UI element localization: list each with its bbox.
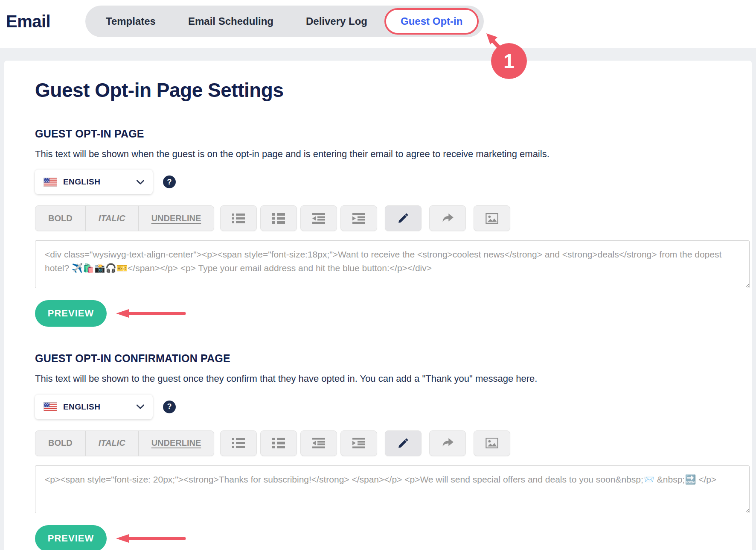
- language-row: ENGLISH ?: [35, 395, 748, 419]
- app-title: Email: [6, 12, 50, 31]
- outdent-icon: [312, 213, 325, 224]
- indent-icon: [352, 438, 365, 448]
- ordered-list-icon: [272, 438, 285, 448]
- language-selected-label: ENGLISH: [63, 402, 100, 412]
- tab-email-scheduling[interactable]: Email Scheduling: [172, 15, 290, 27]
- unordered-list-icon: [232, 438, 245, 448]
- preview-button[interactable]: PREVIEW: [35, 525, 107, 550]
- top-header: Email Templates Email Scheduling Deliver…: [0, 0, 756, 48]
- unordered-list-button[interactable]: [220, 430, 257, 456]
- redo-button[interactable]: [429, 205, 466, 231]
- page-title: Guest Opt-in Page Settings: [35, 79, 748, 102]
- redo-button[interactable]: [429, 430, 466, 456]
- guest-opt-in-settings-page: Email Templates Email Scheduling Deliver…: [0, 0, 756, 550]
- image-icon: [486, 438, 498, 448]
- insert-image-button[interactable]: [474, 430, 510, 456]
- unordered-list-icon: [232, 213, 245, 224]
- section-heading: GUEST OPT-IN CONFIRMATION PAGE: [35, 351, 748, 366]
- image-icon: [486, 213, 498, 224]
- language-dropdown[interactable]: ENGLISH: [35, 170, 153, 194]
- help-icon[interactable]: ?: [163, 401, 176, 413]
- italic-button[interactable]: ITALIC: [85, 206, 138, 231]
- language-dropdown[interactable]: ENGLISH: [35, 395, 153, 419]
- section-heading: GUEST OPT-IN PAGE: [35, 127, 748, 141]
- guest-opt-in-page-section: GUEST OPT-IN PAGE This text will be show…: [35, 127, 748, 327]
- tab-templates[interactable]: Templates: [90, 15, 172, 27]
- insert-image-button[interactable]: [474, 205, 510, 231]
- pencil-button[interactable]: [385, 205, 422, 231]
- outdent-icon: [312, 438, 325, 448]
- annotation-arrow-icon: [114, 532, 188, 544]
- ordered-list-icon: [272, 213, 285, 224]
- us-flag-icon: [44, 178, 57, 187]
- preview-button[interactable]: PREVIEW: [35, 300, 107, 327]
- editor-toolbar: BOLD ITALIC UNDERLINE: [35, 205, 748, 231]
- annotation-arrow-icon: [114, 307, 188, 319]
- indent-button[interactable]: [340, 205, 377, 231]
- settings-card: Guest Opt-in Page Settings GUEST OPT-IN …: [4, 61, 752, 550]
- section-description: This text will be shown to the guest onc…: [35, 372, 748, 385]
- unordered-list-button[interactable]: [220, 205, 257, 231]
- underline-button[interactable]: UNDERLINE: [138, 206, 214, 231]
- editor-toolbar: BOLD ITALIC UNDERLINE: [35, 430, 748, 456]
- language-selected-label: ENGLISH: [63, 177, 100, 187]
- redo-arrow-icon: [441, 438, 454, 448]
- tab-guest-opt-in[interactable]: Guest Opt-in: [386, 10, 477, 33]
- section-description: This text will be shown when the guest i…: [35, 148, 748, 161]
- chevron-down-icon: [137, 180, 144, 184]
- text-style-group: BOLD ITALIC UNDERLINE: [35, 430, 214, 456]
- indent-button[interactable]: [340, 430, 377, 456]
- ordered-list-button[interactable]: [260, 205, 297, 231]
- outdent-button[interactable]: [300, 430, 337, 456]
- italic-button[interactable]: ITALIC: [85, 431, 138, 456]
- preview-row: PREVIEW: [35, 525, 748, 550]
- indent-icon: [352, 213, 365, 224]
- tab-delivery-log[interactable]: Delivery Log: [290, 15, 384, 27]
- preview-row: PREVIEW: [35, 300, 748, 327]
- guest-opt-in-confirmation-section: GUEST OPT-IN CONFIRMATION PAGE This text…: [35, 351, 748, 550]
- outdent-button[interactable]: [300, 205, 337, 231]
- underline-button[interactable]: UNDERLINE: [138, 431, 214, 456]
- confirmation-page-html-editor[interactable]: <p><span style="font-size: 20px;"><stron…: [35, 465, 750, 513]
- language-row: ENGLISH ?: [35, 170, 748, 194]
- bold-button[interactable]: BOLD: [35, 206, 85, 231]
- chevron-down-icon: [137, 404, 144, 409]
- redo-arrow-icon: [441, 214, 454, 223]
- help-icon[interactable]: ?: [163, 176, 176, 188]
- tab-bar: Templates Email Scheduling Delivery Log …: [85, 6, 484, 37]
- annotation-highlight-ring: Guest Opt-in: [384, 8, 479, 35]
- ordered-list-button[interactable]: [260, 430, 297, 456]
- text-style-group: BOLD ITALIC UNDERLINE: [35, 205, 214, 231]
- us-flag-icon: [44, 402, 57, 411]
- pencil-icon: [398, 438, 409, 449]
- pencil-icon: [398, 213, 409, 224]
- pencil-button[interactable]: [385, 430, 422, 456]
- bold-button[interactable]: BOLD: [35, 431, 85, 456]
- opt-in-page-html-editor[interactable]: <div class="wysiwyg-text-align-center"><…: [35, 240, 750, 288]
